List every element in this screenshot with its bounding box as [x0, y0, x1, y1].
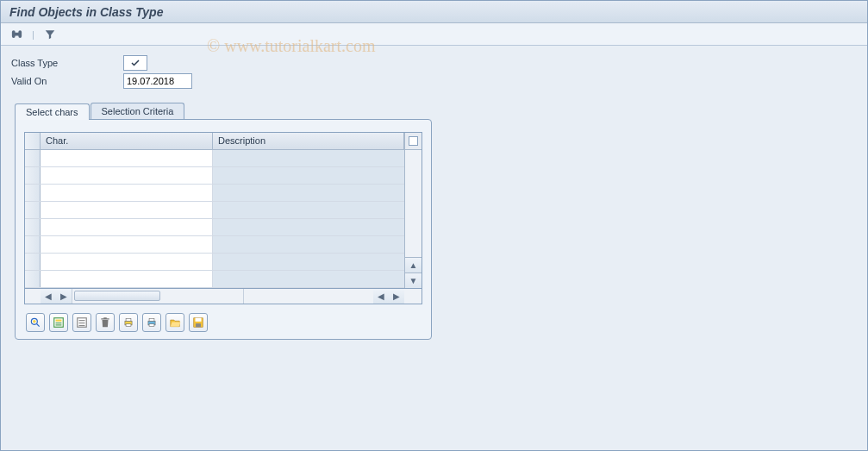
cell-desc	[213, 219, 404, 235]
print-preview-button[interactable]	[142, 313, 161, 332]
grid: Char. Description ▲ ▼	[24, 132, 422, 289]
vertical-scrollbar[interactable]: ▲ ▼	[404, 133, 422, 288]
valid-on-label: Valid On	[11, 76, 123, 86]
toolbar-separator: |	[32, 29, 34, 40]
grid-body	[25, 150, 404, 288]
cell-desc	[213, 150, 404, 166]
delete-button[interactable]	[96, 313, 115, 332]
panel-body: Char. Description ▲ ▼	[15, 119, 432, 340]
cell-desc	[213, 185, 404, 201]
table-row[interactable]	[25, 236, 404, 254]
row-handle[interactable]	[25, 167, 41, 184]
tab-select-chars[interactable]: Select chars	[15, 103, 90, 120]
table-row[interactable]	[25, 254, 404, 271]
deselect-all-button[interactable]	[72, 313, 91, 332]
class-type-input[interactable]	[123, 55, 147, 71]
scroll-left-icon[interactable]: ◀	[41, 289, 56, 304]
svg-rect-12	[126, 324, 131, 327]
row-handle[interactable]	[25, 254, 41, 270]
svg-rect-7	[79, 320, 85, 321]
table-row[interactable]	[25, 150, 404, 167]
scroll-down-icon[interactable]: ▼	[405, 272, 422, 288]
svg-rect-11	[126, 318, 131, 321]
row-handle[interactable]	[25, 271, 41, 287]
open-button[interactable]	[165, 313, 184, 332]
svg-rect-14	[149, 318, 154, 321]
scroll-up-icon[interactable]: ▲	[405, 257, 422, 272]
cell-char[interactable]	[41, 167, 213, 184]
svg-rect-9	[79, 325, 85, 326]
cell-desc	[213, 167, 404, 184]
table-row[interactable]	[25, 185, 404, 202]
action-toolbar	[24, 313, 422, 332]
scroll-thumb[interactable]	[74, 291, 160, 301]
table-row[interactable]	[25, 219, 404, 236]
page-title: Find Objects in Class Type	[9, 5, 163, 19]
horizontal-scrollbar[interactable]: ◀ ▶ ◀ ▶	[24, 289, 422, 304]
print-button[interactable]	[119, 313, 138, 332]
filter-icon[interactable]	[41, 26, 59, 43]
row-valid-on: Valid On 19.07.2018	[11, 72, 857, 90]
scroll-right-icon[interactable]: ▶	[56, 289, 72, 304]
find-button[interactable]	[26, 313, 45, 332]
cell-char[interactable]	[41, 219, 213, 235]
cell-desc	[213, 236, 404, 253]
title-bar: Find Objects in Class Type	[1, 1, 867, 23]
tab-strip: Select chars Selection Criteria	[15, 103, 432, 119]
save-button[interactable]	[189, 313, 208, 332]
cell-desc	[213, 202, 404, 218]
row-handle[interactable]	[25, 185, 41, 201]
table-row[interactable]	[25, 167, 404, 185]
table-row[interactable]	[25, 271, 404, 288]
table-row[interactable]	[25, 202, 404, 219]
binoculars-icon[interactable]	[8, 26, 25, 43]
cell-char[interactable]	[41, 254, 213, 270]
svg-rect-17	[196, 318, 202, 322]
select-all-button[interactable]	[49, 313, 68, 332]
row-class-type: Class Type	[11, 54, 857, 72]
corner-handle[interactable]	[25, 133, 41, 149]
row-handle[interactable]	[25, 219, 41, 235]
svg-rect-8	[79, 323, 85, 323]
tab-panel: Select chars Selection Criteria Char. De…	[15, 103, 432, 340]
cell-char[interactable]	[41, 185, 213, 201]
svg-rect-4	[56, 323, 62, 323]
row-handle[interactable]	[25, 236, 41, 253]
valid-on-input[interactable]: 19.07.2018	[123, 73, 192, 89]
cell-desc	[213, 271, 404, 287]
cell-char[interactable]	[41, 236, 213, 253]
grid-header: Char. Description	[25, 133, 404, 150]
svg-rect-3	[56, 320, 62, 322]
checkmark-icon	[130, 58, 141, 68]
cell-char[interactable]	[41, 150, 213, 166]
select-all-checkbox[interactable]	[405, 133, 422, 150]
row-handle[interactable]	[25, 150, 41, 166]
tab-selection-criteria[interactable]: Selection Criteria	[91, 103, 185, 119]
app-toolbar: |	[1, 23, 867, 46]
cell-char[interactable]	[41, 202, 213, 218]
cell-desc	[213, 254, 404, 270]
scroll-left2-icon[interactable]: ◀	[373, 289, 389, 304]
scroll-track[interactable]	[405, 150, 422, 257]
row-handle[interactable]	[25, 202, 41, 218]
cell-char[interactable]	[41, 271, 213, 287]
svg-rect-18	[196, 323, 201, 327]
col-header-char[interactable]: Char.	[41, 133, 213, 149]
svg-rect-15	[149, 324, 154, 327]
form-area: Class Type Valid On 19.07.2018	[1, 46, 867, 103]
svg-point-1	[33, 320, 36, 323]
svg-rect-5	[56, 324, 62, 325]
col-header-description[interactable]: Description	[213, 133, 404, 149]
scroll-right2-icon[interactable]: ▶	[389, 289, 404, 304]
class-type-label: Class Type	[11, 58, 123, 68]
